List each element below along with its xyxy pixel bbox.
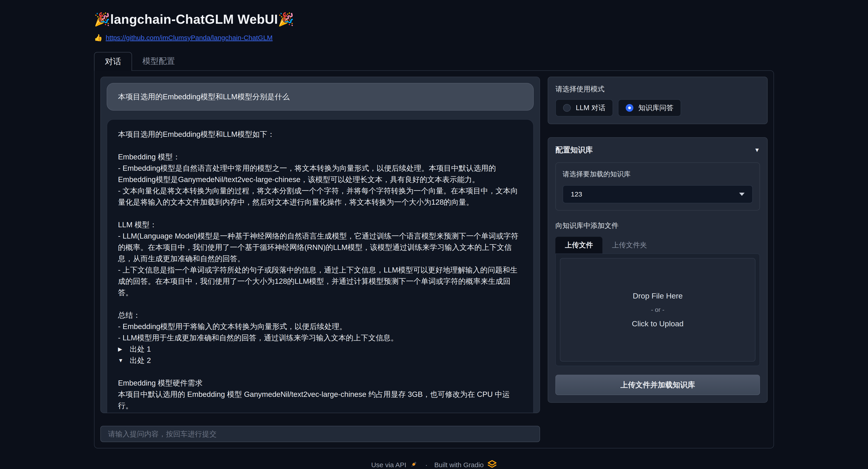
- upload-tabbar: 上传文件 上传文件夹: [555, 237, 760, 254]
- dropzone-line1: Drop File Here: [633, 292, 683, 300]
- tab-model-config[interactable]: 模型配置: [132, 52, 185, 70]
- footer-separator: ·: [425, 461, 428, 469]
- tab-upload-folder[interactable]: 上传文件夹: [602, 237, 656, 254]
- dropzone-line2: Click to Upload: [632, 319, 684, 328]
- kb-select-label: 请选择要加载的知识库: [563, 170, 753, 179]
- kb-panel-title: 配置知识库: [555, 145, 593, 155]
- page-title: 🎉langchain-ChatGLM WebUI🎉: [94, 12, 774, 27]
- source-1-toggle[interactable]: ▶ 出处 1: [118, 344, 522, 355]
- kb-accordion-header[interactable]: 配置知识库 ▼: [555, 145, 760, 155]
- bot-message-text: 本项目选用的Embedding模型和LLM模型如下： Embedding 模型：…: [118, 129, 522, 344]
- config-column: 请选择使用模式 LLM 对话 知识库问答 配置知识库: [548, 77, 768, 403]
- repo-link[interactable]: https://github.com/imClumsyPanda/langcha…: [105, 34, 273, 41]
- upload-tab-panel: Drop File Here - or - Click to Upload: [555, 254, 760, 366]
- chevron-down-icon: ▼: [754, 147, 760, 153]
- dropdown-caret-icon: [739, 193, 745, 196]
- source-2-toggle[interactable]: ▼ 出处 2: [118, 355, 522, 366]
- repo-link-row: 👍 https://github.com/imClumsyPanda/langc…: [94, 34, 774, 41]
- app-container: 🎉langchain-ChatGLM WebUI🎉 👍 https://gith…: [94, 0, 774, 469]
- page-title-text: langchain-ChatGLM WebUI: [110, 12, 278, 26]
- chat-column: 本项目选用的Embedding模型和LLM模型分别是什么 本项目选用的Embed…: [100, 77, 540, 442]
- add-file-label: 向知识库中添加文件: [555, 221, 760, 230]
- dropzone-or: - or -: [651, 306, 664, 314]
- knowledge-base-panel: 配置知识库 ▼ 请选择要加载的知识库 123 向知识库中添加文件 上传文件 上传: [548, 137, 768, 403]
- user-message: 本项目选用的Embedding模型和LLM模型分别是什么: [107, 83, 534, 111]
- mode-radio-group: LLM 对话 知识库问答: [555, 99, 760, 116]
- radio-unselected-icon: [563, 104, 571, 112]
- upload-and-load-kb-button[interactable]: 上传文件并加载知识库: [555, 375, 760, 395]
- party-popper-icon: 🎉: [94, 12, 110, 26]
- tab-upload-file[interactable]: 上传文件: [555, 237, 602, 254]
- radio-knowledge-qa-label: 知识库问答: [638, 103, 673, 113]
- party-popper-icon: 🎉: [278, 12, 294, 26]
- file-dropzone[interactable]: Drop File Here - or - Click to Upload: [560, 258, 755, 361]
- radio-knowledge-qa[interactable]: 知识库问答: [618, 99, 681, 116]
- source-2-label: 出处 2: [130, 355, 151, 366]
- mode-panel: 请选择使用模式 LLM 对话 知识库问答: [548, 77, 768, 124]
- footer: Use via API · Built with Gradio: [94, 459, 774, 469]
- built-with-gradio-link[interactable]: Built with Gradio: [434, 461, 484, 469]
- thumbs-up-icon: 👍: [94, 34, 102, 41]
- kb-select-box: 请选择要加载的知识库 123: [555, 163, 760, 210]
- chat-input-row: [100, 426, 540, 442]
- kb-dropdown-value: 123: [571, 190, 582, 198]
- bot-message: 本项目选用的Embedding模型和LLM模型如下： Embedding 模型：…: [107, 119, 534, 413]
- chat-tab-panel: 本项目选用的Embedding模型和LLM模型分别是什么 本项目选用的Embed…: [94, 70, 774, 448]
- mode-panel-label: 请选择使用模式: [555, 84, 760, 94]
- gradio-logo-icon: [487, 459, 497, 469]
- main-tabbar: 对话 模型配置: [94, 52, 774, 70]
- plug-icon: [410, 460, 418, 469]
- kb-dropdown[interactable]: 123: [563, 185, 753, 203]
- radio-llm-chat[interactable]: LLM 对话: [555, 99, 613, 116]
- chat-input[interactable]: [100, 426, 540, 442]
- bot-message-hardware-note: Embedding 模型硬件需求 本项目中默认选用的 Embedding 模型 …: [118, 366, 522, 411]
- chatbot-window: 本项目选用的Embedding模型和LLM模型分别是什么 本项目选用的Embed…: [100, 77, 540, 413]
- source-1-label: 出处 1: [130, 344, 151, 355]
- radio-llm-chat-label: LLM 对话: [576, 103, 605, 113]
- user-message-text: 本项目选用的Embedding模型和LLM模型分别是什么: [118, 92, 289, 101]
- triangle-collapsed-icon: ▶: [118, 344, 126, 355]
- radio-selected-icon: [626, 104, 633, 112]
- tab-chat[interactable]: 对话: [94, 52, 132, 71]
- triangle-expanded-icon: ▼: [118, 355, 126, 366]
- page: 🎉langchain-ChatGLM WebUI🎉 👍 https://gith…: [0, 0, 868, 469]
- use-via-api-link[interactable]: Use via API: [371, 461, 406, 469]
